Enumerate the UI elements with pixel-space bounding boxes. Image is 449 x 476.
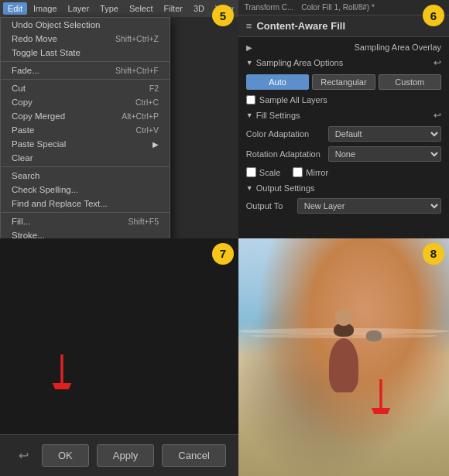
menu-cut[interactable]: CutF2 [1,81,170,95]
person-head [335,309,352,326]
sampling-btn-group: Auto Rectangular Custom [238,71,449,93]
sep-4 [1,212,170,213]
person-body [329,338,358,392]
scale-checkbox[interactable] [246,167,256,177]
mirror-checkbox[interactable] [293,167,303,177]
menu-fade[interactable]: Fade...Shift+Ctrl+F [1,63,170,77]
output-to-label: Output To [246,201,293,211]
output-settings-header[interactable]: ▼ Output Settings [238,180,449,196]
ok-button[interactable]: OK [42,444,89,467]
cancel-button[interactable]: Cancel [162,444,225,467]
btn-rectangular[interactable]: Rectangular [312,74,375,90]
menu-search[interactable]: Search [1,169,170,183]
scale-checkbox-row[interactable]: Scale [246,167,281,177]
person-silhouette [329,338,358,392]
menu-stroke[interactable]: Stroke... [1,228,170,238]
step-badge-5: 5 [212,5,234,26]
person-hair [334,323,354,337]
panel-menu-lines[interactable]: ≡ [246,20,252,32]
quadrant-8: 8 [238,238,449,477]
menu-item-type[interactable]: Type [95,2,123,15]
tab-color-fill[interactable]: Color Fill 1, Roll/8#) * [301,3,374,12]
sampling-overlay-label: Sampling Area Overlay [355,43,442,52]
sampling-overlay-row[interactable]: ▶ Sampling Area Overlay [238,40,449,54]
sampling-reset-icon[interactable]: ↩ [434,57,441,68]
menu-bar: Edit Image Layer Type Select Filter 3D V… [0,0,238,17]
dog-shape [366,330,382,341]
output-to-row: Output To New Layer Current Layer Duplic… [238,196,449,216]
btn-custom[interactable]: Custom [379,74,441,90]
sample-all-layers-label: Sample All Layers [259,95,327,104]
sampling-options-label: Sampling Area Options [256,58,344,67]
dark-area [0,238,238,435]
fill-settings-header[interactable]: ▼ Fill Settings ↩ [238,107,449,124]
beach-arrow [365,375,396,416]
panel-header: ≡ Content-Aware Fill [238,15,449,37]
output-settings-label: Output Settings [256,183,315,193]
sep-2 [1,79,170,80]
step-badge-7: 7 [212,243,234,265]
panel-content: ▶ Sampling Area Overlay ▼ Sampling Area … [238,37,449,238]
tab-transform[interactable]: Transform C... [245,3,294,12]
mirror-label: Mirror [306,168,328,177]
color-adaptation-label: Color Adaptation [246,129,324,139]
step-badge-6: 6 [423,5,444,26]
arrow-indicator [46,351,77,392]
sep-1 [1,61,170,62]
menu-item-edit[interactable]: Edit [3,2,27,15]
menu-item-layer[interactable]: Layer [63,2,94,15]
menu-item-filter[interactable]: Filter [159,2,187,15]
quadrant-6: Transform C... Color Fill 1, Roll/8#) * … [238,0,449,238]
sampling-options-header[interactable]: ▼ Sampling Area Options ↩ [238,54,449,71]
menu-item-image[interactable]: Image [29,2,62,15]
quadrant-7: ↩ OK Apply Cancel 7 [0,238,238,477]
color-adaptation-row: Color Adaptation Default None Very High [238,124,449,144]
step-badge-8: 8 [423,243,444,265]
color-adaptation-select[interactable]: Default None Very High [328,126,441,142]
menu-check-spelling[interactable]: Check Spelling... [1,183,170,197]
scale-label: Scale [259,168,281,177]
apply-button[interactable]: Apply [97,444,155,467]
edit-dropdown-menu: Undo Object Selection Redo MoveShift+Ctr… [0,17,170,238]
fill-reset-icon[interactable]: ↩ [434,110,441,121]
rotation-adaptation-label: Rotation Adaptation [246,149,324,159]
menu-item-3d[interactable]: 3D [189,2,209,15]
menu-clear[interactable]: Clear [1,151,170,165]
arrow-svg [46,351,77,389]
reset-button[interactable]: ↩ [12,445,34,467]
rotation-adaptation-row: Rotation Adaptation None Low Full [238,144,449,164]
menu-redo[interactable]: Redo MoveShift+Ctrl+Z [1,32,170,46]
fill-settings-label: Fill Settings [256,111,300,120]
menu-toggle[interactable]: Toggle Last State [1,46,170,60]
rotation-adaptation-select[interactable]: None Low Full [328,146,441,162]
sep-3 [1,166,170,167]
panel-title: Content-Aware Fill [256,20,345,32]
sample-all-layers-checkbox[interactable] [246,95,255,104]
sample-all-layers-row[interactable]: Sample All Layers [238,93,449,107]
menu-item-select[interactable]: Select [125,2,158,15]
menu-paste-special[interactable]: Paste Special▶ [1,137,170,151]
menu-copy-merged[interactable]: Copy MergedAlt+Ctrl+P [1,109,170,123]
menu-paste[interactable]: PasteCtrl+V [1,123,170,137]
mirror-checkbox-row[interactable]: Mirror [293,167,328,177]
menu-find-replace[interactable]: Find and Replace Text... [1,197,170,211]
quadrant-5: Edit Image Layer Type Select Filter 3D V… [0,0,238,238]
btn-auto[interactable]: Auto [246,74,309,90]
toolbar-bottom: ↩ OK Apply Cancel [0,434,238,476]
beach-arrow-svg [365,375,396,414]
output-to-select[interactable]: New Layer Current Layer Duplicate Layer [297,198,441,214]
menu-undo[interactable]: Undo Object Selection [1,18,170,32]
menu-copy[interactable]: CopyCtrl+C [1,95,170,109]
menu-fill[interactable]: Fill...Shift+F5 [1,214,170,228]
